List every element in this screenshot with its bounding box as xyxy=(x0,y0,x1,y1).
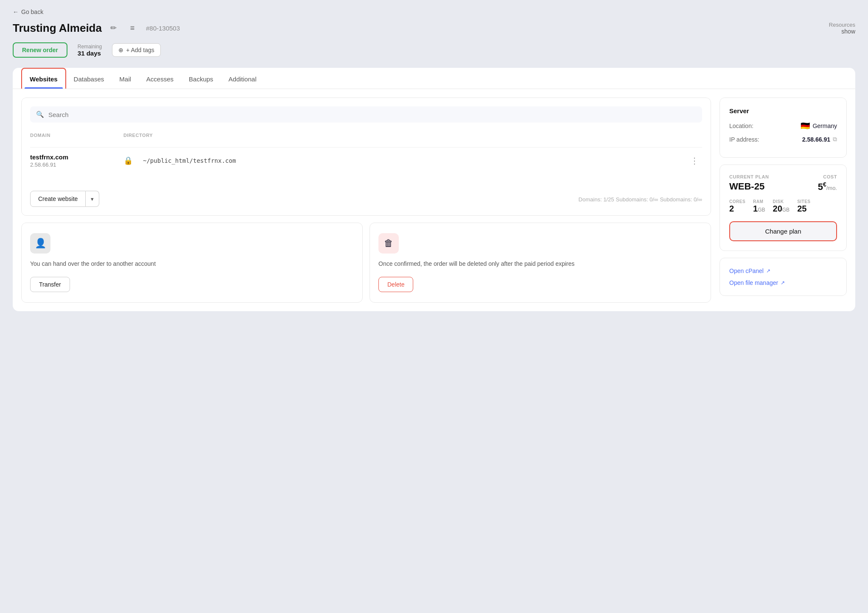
server-card: Server Location: 🇩🇪 Germany IP address: … xyxy=(720,98,847,158)
edit-button[interactable]: ✏ xyxy=(107,21,120,35)
germany-flag-icon: 🇩🇪 xyxy=(801,121,810,131)
domain-column-header: DOMAIN xyxy=(30,133,115,138)
ip-address-value: 2.58.66.91 ⧉ xyxy=(802,136,837,143)
plan-card: CURRENT PLAN WEB-25 COST 5€/mo. CORES 2 xyxy=(720,164,847,251)
directory-path: ~/public_html/testfrnx.com xyxy=(143,157,678,164)
plan-name: WEB-25 xyxy=(729,181,769,192)
resources-area[interactable]: Resources show xyxy=(829,22,855,35)
external-link-icon: ↗ xyxy=(766,268,770,274)
open-file-manager-link[interactable]: Open file manager ↗ xyxy=(729,279,837,286)
spec-cores: CORES 2 xyxy=(729,199,745,214)
subdomains-count: Subdomains: 0/∞ xyxy=(616,196,658,203)
remaining-days: 31 days xyxy=(78,50,102,57)
search-icon: 🔍 xyxy=(36,111,44,118)
tab-additional[interactable]: Additional xyxy=(221,68,264,89)
search-input[interactable] xyxy=(48,111,696,118)
current-plan-label: CURRENT PLAN xyxy=(729,174,769,179)
tab-backups[interactable]: Backups xyxy=(181,68,221,89)
plus-icon: ⊕ xyxy=(118,47,123,53)
delete-card: 🗑 Once confirmed, the order will be dele… xyxy=(370,223,711,303)
directory-column-header: DIRECTORY xyxy=(123,133,702,138)
tabs-row: Websites Databases Mail Accesses Backups… xyxy=(13,68,855,89)
location-label: Location: xyxy=(729,123,753,129)
transfer-card: 👤 You can hand over the order to another… xyxy=(21,223,363,303)
ip-address-label: IP address: xyxy=(729,136,759,143)
create-website-group: Create website ▾ xyxy=(30,191,99,207)
sites-value: 25 xyxy=(797,204,810,214)
links-card: Open cPanel ↗ Open file manager ↗ xyxy=(720,258,847,296)
create-website-button[interactable]: Create website xyxy=(30,191,86,207)
domain-name: testfrnx.com xyxy=(30,153,115,161)
spec-sites: SITES 25 xyxy=(797,199,810,214)
cores-label: CORES xyxy=(729,199,745,204)
resources-label: Resources xyxy=(829,22,855,28)
delete-button[interactable]: Delete xyxy=(378,277,413,292)
spec-disk: DISK 20GB xyxy=(773,199,790,214)
go-back-link[interactable]: ← Go back xyxy=(13,8,855,15)
domains-count: Domains: 1/25 xyxy=(579,196,614,203)
renew-order-button[interactable]: Renew order xyxy=(13,42,67,58)
remaining-label: Remaining xyxy=(78,44,102,50)
transfer-description: You can hand over the order to another a… xyxy=(30,259,354,268)
transfer-button[interactable]: Transfer xyxy=(30,277,70,292)
list-button[interactable]: ≡ xyxy=(126,21,139,35)
ram-label: RAM xyxy=(753,199,765,204)
ram-value: 1GB xyxy=(753,204,765,214)
tab-accesses[interactable]: Accesses xyxy=(139,68,181,89)
ssl-lock-icon: 🔒 xyxy=(123,156,133,165)
spec-ram: RAM 1GB xyxy=(753,199,765,214)
order-number: #80-130503 xyxy=(146,25,180,32)
search-bar[interactable]: 🔍 xyxy=(30,106,702,123)
arrow-left-icon: ← xyxy=(13,8,19,15)
go-back-label: Go back xyxy=(21,8,43,15)
copy-ip-button[interactable]: ⧉ xyxy=(833,136,837,143)
resources-show[interactable]: show xyxy=(829,28,855,35)
open-cpanel-link[interactable]: Open cPanel ↗ xyxy=(729,267,837,274)
delete-description: Once confirmed, the order will be delete… xyxy=(378,259,702,268)
more-options-button[interactable]: ⋮ xyxy=(687,154,702,167)
tab-websites[interactable]: Websites xyxy=(21,68,66,89)
plan-cost: 5€/mo. xyxy=(818,181,837,192)
chevron-down-icon: ▾ xyxy=(91,196,94,202)
table-row: testfrnx.com 2.58.66.91 🔒 ~/public_html/… xyxy=(30,147,702,174)
domain-ip: 2.58.66.91 xyxy=(30,162,115,168)
change-plan-button[interactable]: Change plan xyxy=(729,221,837,241)
tab-mail[interactable]: Mail xyxy=(112,68,139,89)
sites-label: SITES xyxy=(797,199,810,204)
delete-icon: 🗑 xyxy=(378,233,399,254)
add-tags-label: + Add tags xyxy=(126,47,154,53)
website-counts: Domains: 1/25 Subdomains: 0/∞ Subdomains… xyxy=(579,195,702,203)
tab-databases[interactable]: Databases xyxy=(66,68,112,89)
disk-value: 20GB xyxy=(773,204,790,214)
add-tags-button[interactable]: ⊕ + Add tags xyxy=(112,43,161,57)
page-title: Trusting Almeida xyxy=(13,22,102,35)
transfer-icon: 👤 xyxy=(30,233,50,254)
location-value: 🇩🇪 Germany xyxy=(801,121,837,131)
create-website-dropdown[interactable]: ▾ xyxy=(86,191,99,207)
server-title: Server xyxy=(729,107,837,114)
external-link-icon-2: ↗ xyxy=(781,280,785,286)
websites-card: 🔍 DOMAIN DIRECTORY testfrnx.com 2.58.66.… xyxy=(21,98,711,216)
cores-value: 2 xyxy=(729,204,745,214)
disk-label: DISK xyxy=(773,199,790,204)
cost-label: COST xyxy=(818,174,837,179)
